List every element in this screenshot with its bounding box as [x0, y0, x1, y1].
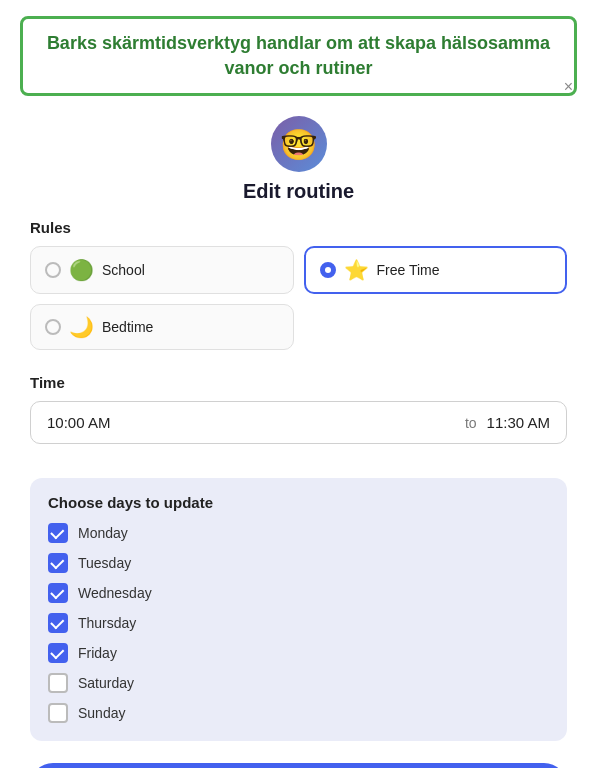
checkbox-thursday[interactable]	[48, 613, 68, 633]
day-saturday[interactable]: Saturday	[48, 673, 549, 693]
days-container: Choose days to update Monday Tuesday Wed…	[30, 478, 567, 741]
days-section: Choose days to update Monday Tuesday Wed…	[30, 460, 567, 741]
rule-freetime[interactable]: ⭐ Free Time	[304, 246, 568, 294]
freetime-label: Free Time	[377, 262, 440, 278]
checkbox-friday[interactable]	[48, 643, 68, 663]
day-saturday-label: Saturday	[78, 675, 134, 691]
rule-bedtime[interactable]: 🌙 Bedtime	[30, 304, 294, 350]
days-title: Choose days to update	[48, 494, 549, 511]
bedtime-icon: 🌙	[69, 315, 94, 339]
day-monday-label: Monday	[78, 525, 128, 541]
banner: Barks skärmtidsverktyg handlar om att sk…	[20, 16, 577, 96]
page-title: Edit routine	[243, 180, 354, 203]
close-button[interactable]: ×	[564, 78, 573, 96]
day-monday[interactable]: Monday	[48, 523, 549, 543]
rules-section: Rules 🟢 School ⭐ Free Time 🌙 Bedtime	[30, 219, 567, 366]
school-icon: 🟢	[69, 258, 94, 282]
day-wednesday-label: Wednesday	[78, 585, 152, 601]
radio-freetime	[320, 262, 336, 278]
time-row[interactable]: 10:00 AM to 11:30 AM	[30, 401, 567, 444]
day-tuesday[interactable]: Tuesday	[48, 553, 549, 573]
avatar: 🤓	[271, 116, 327, 172]
checkbox-saturday[interactable]	[48, 673, 68, 693]
rules-grid: 🟢 School ⭐ Free Time 🌙 Bedtime	[30, 246, 567, 350]
avatar-emoji: 🤓	[280, 127, 317, 162]
checkbox-sunday[interactable]	[48, 703, 68, 723]
radio-school	[45, 262, 61, 278]
time-section: Time 10:00 AM to 11:30 AM	[30, 374, 567, 444]
bedtime-label: Bedtime	[102, 319, 153, 335]
rules-label: Rules	[30, 219, 567, 236]
day-tuesday-label: Tuesday	[78, 555, 131, 571]
time-separator: to	[465, 415, 477, 431]
banner-text: Barks skärmtidsverktyg handlar om att sk…	[39, 31, 558, 81]
checkbox-tuesday[interactable]	[48, 553, 68, 573]
radio-bedtime	[45, 319, 61, 335]
day-wednesday[interactable]: Wednesday	[48, 583, 549, 603]
day-friday-label: Friday	[78, 645, 117, 661]
day-thursday-label: Thursday	[78, 615, 136, 631]
school-label: School	[102, 262, 145, 278]
freetime-icon: ⭐	[344, 258, 369, 282]
time-start: 10:00 AM	[47, 414, 455, 431]
save-button[interactable]: Save	[30, 763, 567, 768]
day-friday[interactable]: Friday	[48, 643, 549, 663]
rule-school[interactable]: 🟢 School	[30, 246, 294, 294]
checkbox-wednesday[interactable]	[48, 583, 68, 603]
day-sunday-label: Sunday	[78, 705, 125, 721]
page-container: Barks skärmtidsverktyg handlar om att sk…	[0, 0, 597, 768]
time-end: 11:30 AM	[487, 414, 550, 431]
day-thursday[interactable]: Thursday	[48, 613, 549, 633]
day-sunday[interactable]: Sunday	[48, 703, 549, 723]
checkbox-monday[interactable]	[48, 523, 68, 543]
time-label: Time	[30, 374, 567, 391]
